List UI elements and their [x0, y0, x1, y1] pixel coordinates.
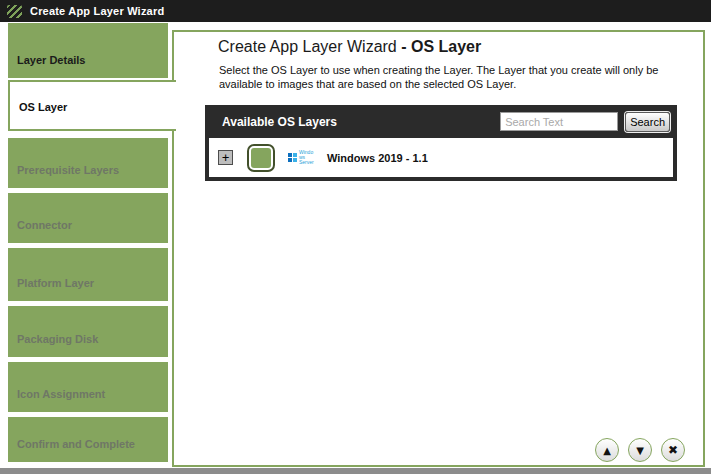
available-os-layers-table: Available OS Layers Search + Windows Ser… [205, 105, 677, 181]
arrow-up-icon: ▲ [603, 445, 611, 456]
step-label: Layer Details [17, 54, 85, 66]
step-label: Icon Assignment [17, 388, 105, 400]
wizard-content-panel: Create App Layer Wizard - OS Layer Selec… [172, 30, 705, 467]
step-label: Confirm and Complete [17, 438, 135, 450]
step-description: Select the OS Layer to use when creating… [219, 63, 669, 91]
previous-step-button[interactable]: ▲ [595, 438, 619, 462]
table-body: + Windows Server Windows 2019 - 1.1 [209, 138, 673, 177]
wizard-steps-sidebar: Layer Details OS Layer Prerequisite Laye… [0, 0, 176, 474]
search-button[interactable]: Search [625, 112, 670, 132]
step-label: Prerequisite Layers [17, 164, 119, 176]
cancel-wizard-button[interactable]: ✖ [661, 438, 685, 462]
os-layer-green-icon [247, 144, 275, 172]
step-tab-platform-layer: Platform Layer [8, 248, 168, 301]
step-tab-layer-details[interactable]: Layer Details [8, 23, 168, 78]
step-label: Platform Layer [17, 277, 94, 289]
table-title: Available OS Layers [222, 115, 500, 129]
os-layer-name: Windows 2019 - 1.1 [327, 152, 428, 164]
windows-flag-icon [288, 153, 297, 162]
step-tab-prerequisite-layers: Prerequisite Layers [8, 138, 168, 188]
close-icon: ✖ [668, 443, 678, 457]
os-layer-row[interactable]: + Windows Server Windows 2019 - 1.1 [209, 138, 673, 177]
page-title-prefix: Create App Layer Wizard [218, 38, 401, 55]
step-label: Packaging Disk [17, 333, 98, 345]
arrow-down-icon: ▼ [636, 445, 644, 456]
window-bottom-edge [0, 468, 711, 474]
step-tab-os-layer[interactable]: OS Layer [8, 80, 176, 131]
step-tab-packaging-disk: Packaging Disk [8, 306, 168, 357]
expand-row-button[interactable]: + [218, 150, 233, 165]
windows-server-logo-text: Windows Server [299, 150, 315, 165]
step-tab-connector: Connector [8, 193, 168, 243]
page-title-step: - OS Layer [401, 38, 481, 55]
step-tab-icon-assignment: Icon Assignment [8, 362, 168, 412]
search-input[interactable] [500, 112, 618, 131]
page-title: Create App Layer Wizard - OS Layer [218, 38, 481, 56]
table-header: Available OS Layers Search [209, 105, 673, 138]
step-tab-confirm-and-complete: Confirm and Complete [8, 417, 168, 462]
next-step-button[interactable]: ▼ [628, 438, 652, 462]
wizard-nav-buttons: ▲ ▼ ✖ [595, 438, 685, 462]
windows-server-logo-icon: Windows Server [288, 150, 318, 165]
create-app-layer-wizard-window: Create App Layer Wizard Layer Details OS… [0, 0, 711, 474]
step-label: Connector [17, 219, 72, 231]
step-label: OS Layer [19, 101, 67, 113]
